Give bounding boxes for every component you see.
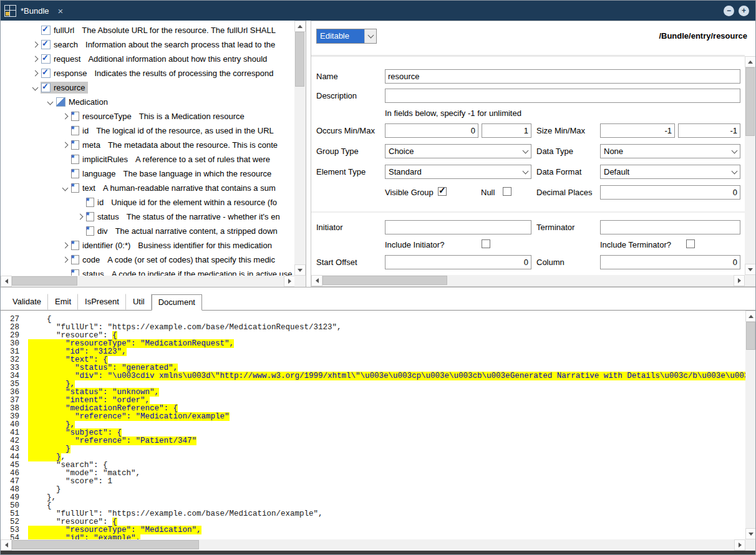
tab-emit[interactable]: Emit [48, 294, 78, 310]
chevron-down-icon[interactable] [729, 165, 740, 178]
scrollbar-corner [294, 276, 306, 287]
tree-item-response[interactable]: responseIndicates the results of process… [1, 66, 294, 80]
tab-close-icon[interactable]: × [58, 6, 64, 16]
scroll-down-button[interactable] [294, 264, 306, 276]
document-vertical-scrollbar[interactable] [745, 311, 756, 539]
tree-item-description: The actual narrative content, a stripped… [115, 226, 278, 236]
occurs-max-input[interactable] [482, 123, 531, 138]
expander-closed-icon[interactable] [74, 211, 85, 223]
tab-ispresent[interactable]: IsPresent [78, 294, 126, 310]
chevron-down-icon[interactable] [364, 29, 376, 43]
element-type-select[interactable]: Standard [385, 165, 531, 179]
tab-validate[interactable]: Validate [6, 294, 48, 310]
data-type-select[interactable]: None [600, 144, 740, 158]
chevron-down-icon[interactable] [729, 145, 740, 158]
scroll-right-button[interactable] [284, 276, 295, 287]
expander-closed-icon[interactable] [59, 111, 70, 122]
tree-item-resource[interactable]: resource [1, 80, 294, 95]
scroll-left-button[interactable] [1, 539, 12, 551]
scrollbar-thumb[interactable] [746, 322, 755, 350]
decimal-places-input[interactable] [600, 185, 740, 200]
tree-item-request[interactable]: requestAdditional information about how … [1, 52, 294, 66]
tree-item-status[interactable]: statusThe status of the narrative - whet… [1, 210, 294, 224]
document-tab-bundle[interactable]: *Bundle × [1, 1, 70, 21]
expander-placeholder [59, 269, 70, 276]
tree-item-search[interactable]: searchInformation about the search proce… [1, 37, 294, 52]
tree-item-name: meta [82, 140, 100, 150]
terminator-input[interactable] [600, 220, 740, 234]
document-code[interactable]: 27 {28 "fullUrl": "https://example.com/b… [1, 311, 745, 539]
tree-vertical-scrollbar[interactable] [294, 21, 306, 276]
scroll-right-button[interactable] [734, 275, 745, 286]
properties-vertical-scrollbar[interactable] [745, 56, 756, 275]
tree-item-language[interactable]: languageThe base language in which the r… [1, 166, 294, 181]
tree-item-description: A human-readable narrative that contains… [103, 183, 276, 193]
initiator-input[interactable] [385, 220, 531, 234]
data-format-select[interactable]: Default [600, 165, 740, 179]
include-terminator-checkbox[interactable] [686, 239, 695, 248]
size-max-input[interactable] [678, 123, 740, 138]
size-min-input[interactable] [600, 123, 675, 138]
expander-closed-icon[interactable] [59, 254, 70, 266]
tree-item-Medication[interactable]: Medication [1, 95, 294, 109]
tree-item-div[interactable]: divThe actual narrative content, a strip… [1, 224, 294, 238]
tree-item-selection: response [41, 67, 89, 79]
tree-item-selection: id [70, 125, 91, 137]
expander-closed-icon[interactable] [29, 68, 41, 79]
code-line: 48 } [4, 486, 745, 494]
tree-item-resourceType[interactable]: resourceTypeThis is a Medication resourc… [1, 109, 294, 123]
editable-mode-select[interactable]: Editable [316, 29, 377, 44]
expander-placeholder [74, 226, 85, 237]
scrollbar-thumb[interactable] [295, 32, 304, 87]
group-type-select[interactable]: Choice [385, 144, 531, 158]
expander-open-icon[interactable] [59, 183, 70, 194]
scroll-down-button[interactable] [745, 264, 756, 275]
code-line: 31 "id": "3123", [4, 348, 745, 356]
tree-item-id[interactable]: idUnique id for the element within a res… [1, 195, 294, 210]
tree-item-identifier (0:*)[interactable]: identifier (0:*)Business identifier for … [1, 238, 294, 253]
scrollbar-thumb[interactable] [322, 276, 447, 285]
tree-item-implicitRules[interactable]: implicitRulesA reference to a set of rul… [1, 152, 294, 166]
scrollbar-thumb[interactable] [745, 67, 755, 136]
expander-open-icon[interactable] [44, 97, 56, 108]
tree-item-description: The metadata about the resource. This is… [108, 140, 278, 150]
expander-open-icon[interactable] [29, 82, 41, 94]
expander-closed-icon[interactable] [59, 240, 70, 251]
tree-item-meta[interactable]: metaThe metadata about the resource. Thi… [1, 138, 294, 152]
tree-item-status[interactable]: statusA code to indicate if the medicati… [1, 267, 294, 276]
properties-horizontal-scrollbar[interactable] [311, 275, 745, 286]
scroll-right-button[interactable] [734, 539, 745, 551]
tree-item-text[interactable]: textA human-readable narrative that cont… [1, 181, 294, 195]
tree-horizontal-scrollbar[interactable] [1, 276, 295, 287]
expander-closed-icon[interactable] [29, 39, 41, 51]
scrollbar-thumb[interactable] [12, 276, 77, 286]
tab-document[interactable]: Document [152, 294, 202, 311]
scroll-left-button[interactable] [1, 276, 12, 287]
column-input[interactable] [600, 255, 740, 269]
tree-item-fullUrl[interactable]: fullUrlThe Absolute URL for the resource… [1, 23, 294, 37]
tree-item-id[interactable]: idThe logical id of the resource, as use… [1, 123, 294, 138]
scroll-down-button[interactable] [745, 528, 756, 539]
maximize-button[interactable]: + [739, 6, 749, 16]
expander-closed-icon[interactable] [29, 54, 41, 65]
scroll-up-button[interactable] [745, 56, 756, 67]
document-horizontal-scrollbar[interactable] [1, 539, 745, 551]
start-offset-input[interactable] [385, 255, 531, 269]
scrollbar-thumb[interactable] [12, 540, 199, 549]
tab-util[interactable]: Util [126, 294, 152, 310]
null-checkbox[interactable] [503, 187, 511, 196]
include-initiator-checkbox[interactable] [482, 239, 490, 248]
expander-closed-icon[interactable] [59, 140, 70, 151]
chevron-down-icon[interactable] [520, 165, 531, 178]
visible-group-checkbox[interactable] [438, 187, 447, 196]
minimize-button[interactable]: − [724, 6, 734, 16]
name-label: Name [316, 72, 338, 81]
chevron-down-icon[interactable] [520, 145, 531, 158]
scroll-up-button[interactable] [294, 21, 306, 32]
scroll-up-button[interactable] [745, 311, 756, 322]
scroll-left-button[interactable] [311, 275, 322, 286]
name-input[interactable] [385, 69, 740, 84]
tree-item-code[interactable]: codeA code (or set of codes) that specif… [1, 253, 294, 267]
occurs-min-input[interactable] [385, 123, 478, 138]
description-input[interactable] [385, 89, 740, 103]
